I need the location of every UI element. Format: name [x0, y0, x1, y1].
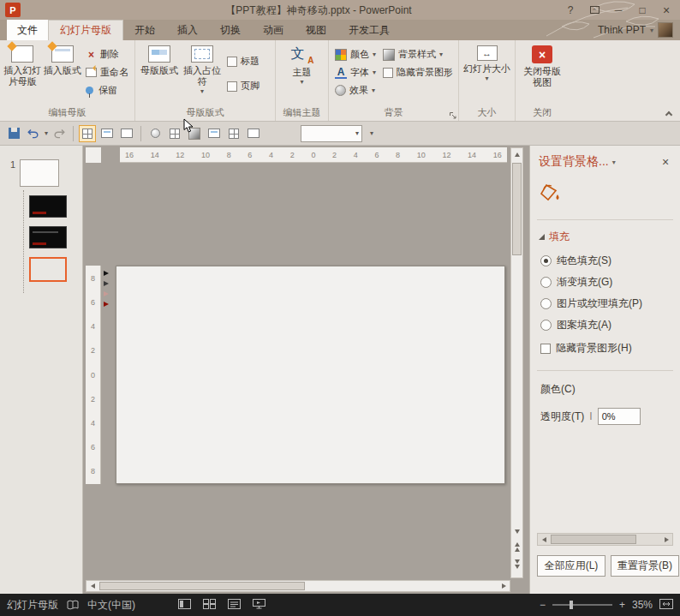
- picture-fill-radio[interactable]: 图片或纹理填充(P): [540, 296, 642, 311]
- slide-tool-button[interactable]: [98, 125, 116, 142]
- language-button[interactable]: 中文(中国): [87, 598, 135, 613]
- tab-insert[interactable]: 插入: [166, 20, 209, 40]
- font-size-combobox[interactable]: ▾: [301, 125, 362, 142]
- tab-view[interactable]: 视图: [295, 20, 337, 40]
- background-styles-button[interactable]: 背景样式 ▾: [380, 45, 456, 63]
- align-tool-button[interactable]: [166, 125, 183, 142]
- chevron-down-icon: ▾: [200, 88, 204, 95]
- rename-label: 重命名: [100, 66, 128, 79]
- normal-view-button[interactable]: [178, 599, 191, 612]
- insert-slide-master-label: 插入幻灯片母版: [3, 65, 42, 87]
- insert-slide-master-button[interactable]: 插入幻灯片母版: [3, 44, 42, 106]
- fit-to-window-button[interactable]: [659, 599, 673, 612]
- close-button[interactable]: ×: [654, 0, 678, 20]
- previous-slide-button[interactable]: [511, 541, 522, 553]
- title-checkbox[interactable]: 标题: [224, 52, 262, 70]
- tab-home[interactable]: 开始: [123, 20, 166, 40]
- horizontal-scrollbar-thumb[interactable]: [99, 582, 305, 590]
- group-label-edit-theme: 编辑主题: [276, 106, 328, 121]
- pane-scrollbar-thumb[interactable]: [551, 535, 636, 544]
- spellcheck-button[interactable]: [67, 600, 79, 610]
- scroll-down-button[interactable]: [511, 525, 522, 537]
- minimize-button[interactable]: ─: [606, 0, 630, 20]
- zoom-slider-thumb[interactable]: [570, 601, 573, 609]
- tab-developer[interactable]: 开发工具: [337, 20, 401, 40]
- delete-button[interactable]: × 删除: [83, 45, 131, 63]
- effects-button[interactable]: 效果 ▾: [332, 81, 379, 99]
- account-menu[interactable]: Think PPT ▾: [598, 20, 680, 40]
- master-layout-button[interactable]: 母版版式: [139, 44, 180, 106]
- vertical-scrollbar-thumb[interactable]: [512, 163, 522, 255]
- fill-section-header[interactable]: 填充: [539, 230, 570, 244]
- checkbox-icon: [227, 81, 237, 92]
- colors-icon: [335, 49, 347, 61]
- layout-thumbnail-selected[interactable]: [29, 257, 67, 282]
- pane-scroll-right-button[interactable]: [660, 534, 672, 545]
- qat-customize-caret[interactable]: ▾: [370, 130, 373, 137]
- slide-master-thumbnail[interactable]: [20, 159, 59, 187]
- close-master-view-button[interactable]: × 关闭母版视图: [519, 44, 565, 106]
- preview-tool-button[interactable]: [118, 125, 135, 142]
- footer-checkbox[interactable]: 页脚: [224, 77, 262, 95]
- colors-button[interactable]: 颜色 ▾: [332, 45, 379, 63]
- insert-layout-button[interactable]: 插入版式: [44, 44, 82, 106]
- pane-scroll-left-button[interactable]: [538, 534, 550, 545]
- transparency-input[interactable]: 0%: [598, 408, 641, 425]
- save-button[interactable]: [5, 125, 22, 142]
- tab-animations[interactable]: 动画: [252, 20, 295, 40]
- preserve-button[interactable]: 保留: [83, 81, 131, 99]
- layout-thumbnail[interactable]: [29, 226, 67, 248]
- slide-size-button[interactable]: ↔ 幻灯片大小 ▾: [463, 44, 511, 106]
- dialog-launcher-icon[interactable]: [449, 111, 456, 119]
- gradient-fill-radio[interactable]: 渐变填充(G): [540, 275, 612, 290]
- delete-icon: ×: [86, 49, 97, 61]
- pane-close-button[interactable]: ×: [658, 155, 673, 169]
- colors-label: 颜色: [350, 48, 369, 61]
- layout-thumbnail[interactable]: [29, 195, 67, 218]
- tab-slide-master[interactable]: 幻灯片母版: [48, 20, 123, 40]
- undo-button[interactable]: [25, 125, 42, 142]
- zoom-out-button[interactable]: −: [540, 599, 546, 611]
- zoom-slider[interactable]: [552, 604, 612, 606]
- placeholder-bullet: [104, 271, 109, 276]
- pane-horizontal-scrollbar[interactable]: [537, 533, 673, 546]
- scroll-up-button[interactable]: [511, 148, 522, 160]
- tab-transitions[interactable]: 切换: [209, 20, 252, 40]
- horizontal-scrollbar[interactable]: [86, 580, 510, 592]
- tab-file[interactable]: 文件: [7, 20, 48, 40]
- vertical-scrollbar[interactable]: [510, 147, 523, 578]
- pane-options-caret[interactable]: ▾: [612, 158, 616, 166]
- insert-placeholder-button[interactable]: 插入占位符 ▾: [182, 44, 223, 106]
- scroll-left-button[interactable]: [86, 581, 98, 591]
- ribbon-display-options-button[interactable]: ^: [582, 0, 606, 20]
- redo-button[interactable]: [51, 125, 68, 142]
- solid-fill-radio[interactable]: 纯色填充(S): [540, 254, 611, 268]
- next-slide-button[interactable]: [511, 558, 522, 570]
- zoom-in-button[interactable]: +: [619, 599, 625, 611]
- reading-view-button[interactable]: [228, 599, 241, 612]
- rename-button[interactable]: 重命名: [83, 63, 131, 81]
- themes-button[interactable]: 文A 主题 ▾: [282, 44, 323, 106]
- hide-background-graphics-checkbox[interactable]: 隐藏背景图形: [380, 63, 456, 81]
- shape-tool-button[interactable]: [146, 125, 164, 142]
- image-tool-button[interactable]: [245, 125, 262, 142]
- gridlines-toggle-button[interactable]: [79, 125, 96, 142]
- chart-tool-button[interactable]: [206, 125, 223, 142]
- maximize-button[interactable]: □: [630, 0, 654, 20]
- help-button[interactable]: ?: [558, 0, 582, 20]
- reset-background-button[interactable]: 重置背景(B): [611, 555, 679, 577]
- transparency-slider-thumb[interactable]: I: [589, 410, 592, 422]
- hide-background-checkbox[interactable]: 隐藏背景图形(H): [540, 341, 632, 356]
- pattern-fill-radio[interactable]: 图案填充(A): [540, 318, 611, 332]
- fonts-button[interactable]: A 字体 ▾: [332, 63, 379, 81]
- slideshow-view-button[interactable]: [253, 599, 265, 612]
- slide-canvas[interactable]: [116, 266, 505, 484]
- radio-selected-icon: [540, 255, 552, 266]
- undo-dropdown-caret[interactable]: ▾: [45, 130, 48, 137]
- scroll-right-button[interactable]: [498, 581, 510, 591]
- zoom-level[interactable]: 35%: [632, 599, 653, 611]
- apply-to-all-button[interactable]: 全部应用(L): [537, 555, 605, 577]
- collapse-ribbon-button[interactable]: [665, 110, 673, 117]
- slide-sorter-view-button[interactable]: [203, 599, 216, 612]
- table-tool-button[interactable]: [225, 125, 242, 142]
